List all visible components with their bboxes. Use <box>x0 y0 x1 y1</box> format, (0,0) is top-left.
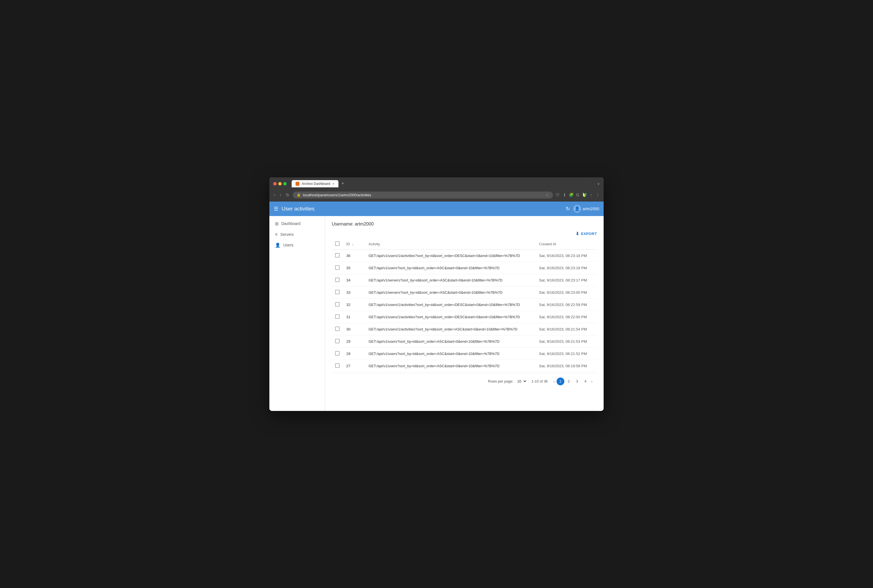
page-3-button[interactable]: 3 <box>573 378 581 386</box>
header-username: artm2000 <box>583 207 599 211</box>
row-checkbox[interactable] <box>335 339 340 343</box>
row-checkbox-cell[interactable] <box>332 335 343 348</box>
row-checkbox[interactable] <box>335 253 340 258</box>
vpn-icon: 🔰 <box>582 192 587 197</box>
tab-close-button[interactable]: × <box>332 182 335 186</box>
row-checkbox[interactable] <box>335 351 340 356</box>
refresh-button[interactable]: ↻ <box>285 191 290 199</box>
next-page-button[interactable]: › <box>590 378 594 385</box>
select-all-header[interactable] <box>332 238 343 250</box>
export-icon: ⬇ <box>575 231 579 236</box>
row-created: Sat, 9/16/2023, 08:23:17 PM <box>536 274 597 286</box>
row-checkbox-cell[interactable] <box>332 298 343 311</box>
sidebar-item-servers[interactable]: ≡ Servers <box>269 229 325 240</box>
table-row: 32 GET:/api/v1/users/1/activities?sort_b… <box>332 298 597 311</box>
sidebar-item-dashboard[interactable]: ⊞ Dashboard <box>269 218 325 229</box>
address-bar[interactable]: 🔒 localhost/panel/users/1/artm2000/activ… <box>293 192 553 198</box>
row-id: 31 <box>343 311 365 323</box>
row-activity: GET:/api/v1/users?sort_by=id&sort_order=… <box>365 348 536 360</box>
minimize-button[interactable] <box>278 182 282 185</box>
page-2-button[interactable]: 2 <box>565 378 573 386</box>
sidebar-servers-label: Servers <box>280 232 294 237</box>
hamburger-menu-icon[interactable]: ☰ <box>274 206 278 212</box>
row-checkbox[interactable] <box>335 327 340 331</box>
row-checkbox-cell[interactable] <box>332 262 343 274</box>
sidebar: ⊞ Dashboard ≡ Servers 👤 Users <box>269 216 325 411</box>
row-checkbox[interactable] <box>335 363 340 368</box>
row-created: Sat, 9/16/2023, 08:21:52 PM <box>536 348 597 360</box>
row-checkbox[interactable] <box>335 278 340 282</box>
maximize-button[interactable] <box>283 182 287 185</box>
new-tab-button[interactable]: + <box>340 181 346 186</box>
activity-column-header: Activity <box>365 238 536 250</box>
sidebar-users-label: Users <box>283 243 294 247</box>
row-created: Sat, 9/16/2023, 08:21:53 PM <box>536 335 597 348</box>
created-column-header: Created At <box>536 238 597 250</box>
sidebar-dashboard-label: Dashboard <box>281 221 301 226</box>
row-checkbox-cell[interactable] <box>332 323 343 335</box>
shield-icon: 🛡 <box>555 192 560 197</box>
table-body: 36 GET:/api/v1/users/1/activities?sort_b… <box>332 249 597 372</box>
bookmark-icon[interactable]: ☆ <box>546 193 549 197</box>
export-button[interactable]: ⬇ EXPORT <box>575 231 597 236</box>
share-icon[interactable]: ↑ <box>589 192 594 197</box>
sidebar-item-users[interactable]: 👤 Users <box>269 240 325 250</box>
menu-icon[interactable]: ⋮ <box>595 192 600 197</box>
row-id: 30 <box>343 323 365 335</box>
row-checkbox[interactable] <box>335 266 340 270</box>
users-icon: 👤 <box>275 243 281 248</box>
tab-favicon <box>296 182 299 186</box>
row-id: 33 <box>343 286 365 298</box>
row-checkbox[interactable] <box>335 314 340 319</box>
back-button[interactable]: ‹ <box>273 191 276 198</box>
row-checkbox-cell[interactable] <box>332 249 343 262</box>
row-activity: GET:/api/v1/users?sort_by=id&sort_order=… <box>365 335 536 348</box>
prev-page-button[interactable]: ‹ <box>552 378 556 385</box>
browser-tabs: Archivo Dashboard × + <box>292 180 594 188</box>
table-row: 27 GET:/api/v1/users?sort_by=id&sort_ord… <box>332 360 597 372</box>
id-column-header[interactable]: ID ↓ <box>343 238 365 250</box>
close-button[interactable] <box>273 182 276 185</box>
dashboard-icon: ⊞ <box>275 221 279 226</box>
table-row: 28 GET:/api/v1/users?sort_by=id&sort_ord… <box>332 348 597 360</box>
page-4-button[interactable]: 4 <box>581 378 589 386</box>
app-body: ⊞ Dashboard ≡ Servers 👤 Users Username: … <box>269 216 604 411</box>
row-activity: GET:/api/v1/users/1/activities?sort_by=i… <box>365 249 536 262</box>
page-username: Username: artm2000 <box>332 222 597 226</box>
row-id: 28 <box>343 348 365 360</box>
forward-button[interactable]: › <box>279 191 282 198</box>
row-id: 34 <box>343 274 365 286</box>
row-activity: GET:/api/v1/users?sort_by=id&sort_order=… <box>365 360 536 372</box>
servers-icon: ≡ <box>275 232 278 237</box>
row-created: Sat, 9/16/2023, 08:23:18 PM <box>536 249 597 262</box>
row-created: Sat, 9/16/2023, 08:22:00 PM <box>536 311 597 323</box>
export-row: ⬇ EXPORT <box>332 231 597 236</box>
row-activity: GET:/api/v1/servers?sort_by=id&sort_orde… <box>365 286 536 298</box>
row-activity: GET:/api/v1/users/1/activities?sort_by=i… <box>365 323 536 335</box>
row-id: 35 <box>343 262 365 274</box>
table-header-row: ID ↓ Activity Created At <box>332 238 597 250</box>
select-all-checkbox[interactable] <box>335 242 340 246</box>
row-checkbox[interactable] <box>335 302 340 306</box>
rows-per-page-select[interactable]: 10 25 50 <box>515 378 527 384</box>
table-row: 29 GET:/api/v1/users?sort_by=id&sort_ord… <box>332 335 597 348</box>
row-activity: GET:/api/v1/users/1/activities?sort_by=i… <box>365 311 536 323</box>
row-id: 29 <box>343 335 365 348</box>
row-id: 32 <box>343 298 365 311</box>
tab-menu-button[interactable]: ∨ <box>597 182 600 186</box>
row-checkbox-cell[interactable] <box>332 286 343 298</box>
pagination-bar: Rows per page: 10 25 50 1-10 of 36 ‹ 1 2… <box>332 374 597 389</box>
content-area: Username: artm2000 ⬇ EXPORT ID ↓ <box>325 216 604 411</box>
row-checkbox-cell[interactable] <box>332 274 343 286</box>
row-checkbox[interactable] <box>335 290 340 294</box>
header-refresh-icon[interactable]: ↻ <box>566 206 570 212</box>
page-1-button[interactable]: 1 <box>557 378 564 386</box>
row-checkbox-cell[interactable] <box>332 360 343 372</box>
page-info: 1-10 of 36 <box>532 379 548 383</box>
browser-titlebar: Archivo Dashboard × + ∨ <box>269 177 604 190</box>
rows-per-page-label: Rows per page: <box>488 379 513 383</box>
active-tab[interactable]: Archivo Dashboard × <box>292 180 338 188</box>
row-activity: GET:/api/v1/servers?sort_by=id&sort_orde… <box>365 274 536 286</box>
row-checkbox-cell[interactable] <box>332 348 343 360</box>
row-checkbox-cell[interactable] <box>332 311 343 323</box>
